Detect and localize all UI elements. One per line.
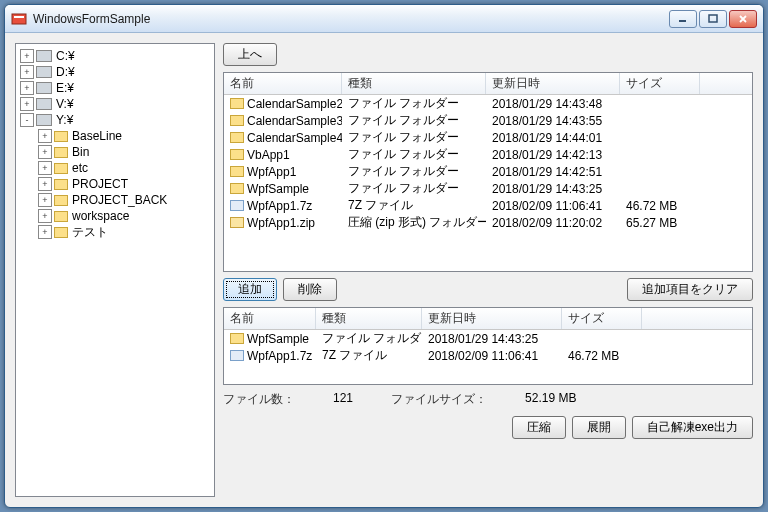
svg-rect-3	[709, 15, 717, 22]
filecount-label: ファイル数：	[223, 392, 295, 406]
maximize-button[interactable]	[699, 10, 727, 28]
expand-toggle-icon[interactable]: +	[38, 161, 52, 175]
add-button[interactable]: 追加	[223, 278, 277, 301]
drive-label: E:¥	[56, 80, 74, 96]
filesize-value: 52.19 MB	[525, 391, 576, 405]
expand-toggle-icon[interactable]: +	[38, 225, 52, 239]
file-name: WpfSample	[247, 332, 309, 346]
col-header-date[interactable]: 更新日時	[486, 73, 620, 94]
drive-icon	[36, 98, 52, 110]
folder-label: PROJECT	[72, 176, 128, 192]
list-item[interactable]: CalendarSample4ファイル フォルダー2018/01/29 14:4…	[224, 129, 752, 146]
list-item[interactable]: WpfSampleファイル フォルダー2018/01/29 14:43:25	[224, 330, 752, 347]
folder-icon	[54, 179, 68, 190]
compress-button[interactable]: 圧縮	[512, 416, 566, 439]
col-header-size[interactable]: サイズ	[620, 73, 700, 94]
tree-folder-item[interactable]: +BaseLine	[20, 128, 210, 144]
remove-button[interactable]: 削除	[283, 278, 337, 301]
file-date: 2018/02/09 11:20:02	[486, 216, 620, 230]
tree-drive-item[interactable]: -Y:¥	[20, 112, 210, 128]
tree-drive-item[interactable]: +C:¥	[20, 48, 210, 64]
drive-icon	[36, 114, 52, 126]
tree-folder-item[interactable]: +PROJECT_BACK	[20, 192, 210, 208]
expand-toggle-icon[interactable]: +	[38, 145, 52, 159]
file-size: 65.27 MB	[620, 216, 700, 230]
main-file-list[interactable]: 名前 種類 更新日時 サイズ CalendarSample2ファイル フォルダー…	[223, 72, 753, 272]
file-name: CalendarSample2	[247, 97, 342, 111]
folder-icon	[230, 166, 244, 177]
file-type: 7Z ファイル	[342, 197, 486, 214]
expand-toggle-icon[interactable]: +	[38, 209, 52, 223]
file-date: 2018/02/09 11:06:41	[486, 199, 620, 213]
sfx-button[interactable]: 自己解凍exe出力	[632, 416, 753, 439]
extract-button[interactable]: 展開	[572, 416, 626, 439]
file-name: CalendarSample4	[247, 131, 342, 145]
folder-icon	[230, 149, 244, 160]
folder-label: BaseLine	[72, 128, 122, 144]
file-name: WpfApp1	[247, 165, 296, 179]
folder-icon	[54, 195, 68, 206]
minimize-button[interactable]	[669, 10, 697, 28]
file-name: VbApp1	[247, 148, 290, 162]
file-name: WpfSample	[247, 182, 309, 196]
file-name: WpfApp1.zip	[247, 216, 315, 230]
list-item[interactable]: WpfApp1.7z7Z ファイル2018/02/09 11:06:4146.7…	[224, 197, 752, 214]
folder-icon	[54, 147, 68, 158]
list-item[interactable]: WpfApp1ファイル フォルダー2018/01/29 14:42:51	[224, 163, 752, 180]
file-size: 46.72 MB	[620, 199, 700, 213]
drive-icon	[36, 66, 52, 78]
expand-toggle-icon[interactable]: +	[20, 49, 34, 63]
file-date: 2018/01/29 14:43:25	[486, 182, 620, 196]
clear-added-button[interactable]: 追加項目をクリア	[627, 278, 753, 301]
tree-folder-item[interactable]: +Bin	[20, 144, 210, 160]
list-item[interactable]: WpfSampleファイル フォルダー2018/01/29 14:43:25	[224, 180, 752, 197]
col2-header-size[interactable]: サイズ	[562, 308, 642, 329]
list-item[interactable]: VbApp1ファイル フォルダー2018/01/29 14:42:13	[224, 146, 752, 163]
list-item[interactable]: WpfApp1.zip圧縮 (zip 形式) フォルダー2018/02/09 1…	[224, 214, 752, 231]
expand-toggle-icon[interactable]: +	[20, 97, 34, 111]
folder-icon	[54, 131, 68, 142]
file-size: 46.72 MB	[562, 349, 642, 363]
tree-folder-item[interactable]: +etc	[20, 160, 210, 176]
tree-folder-item[interactable]: +PROJECT	[20, 176, 210, 192]
folder-icon	[54, 227, 68, 238]
col2-header-type[interactable]: 種類	[316, 308, 422, 329]
folder-label: workspace	[72, 208, 129, 224]
expand-toggle-icon[interactable]: +	[38, 193, 52, 207]
list-item[interactable]: WpfApp1.7z7Z ファイル2018/02/09 11:06:4146.7…	[224, 347, 752, 364]
drive-tree[interactable]: +C:¥+D:¥+E:¥+V:¥-Y:¥+BaseLine+Bin+etc+PR…	[15, 43, 215, 497]
added-list-header: 名前 種類 更新日時 サイズ	[224, 308, 752, 330]
folder-icon	[230, 98, 244, 109]
up-toolbar: 上へ	[223, 43, 753, 66]
expand-toggle-icon[interactable]: +	[20, 81, 34, 95]
file-date: 2018/01/29 14:43:48	[486, 97, 620, 111]
tree-folder-item[interactable]: +テスト	[20, 224, 210, 240]
expand-toggle-icon[interactable]: +	[38, 129, 52, 143]
col-header-type[interactable]: 種類	[342, 73, 486, 94]
col2-header-name[interactable]: 名前	[224, 308, 316, 329]
tree-drive-item[interactable]: +V:¥	[20, 96, 210, 112]
filesize-label: ファイルサイズ：	[391, 392, 487, 406]
up-button[interactable]: 上へ	[223, 43, 277, 66]
filecount-value: 121	[333, 391, 353, 405]
col-header-name[interactable]: 名前	[224, 73, 342, 94]
list-item[interactable]: CalendarSample2ファイル フォルダー2018/01/29 14:4…	[224, 95, 752, 112]
col2-header-date[interactable]: 更新日時	[422, 308, 562, 329]
folder-label: Bin	[72, 144, 89, 160]
tree-drive-item[interactable]: +E:¥	[20, 80, 210, 96]
added-file-list[interactable]: 名前 種類 更新日時 サイズ WpfSampleファイル フォルダー2018/0…	[223, 307, 753, 385]
close-button[interactable]	[729, 10, 757, 28]
tree-drive-item[interactable]: +D:¥	[20, 64, 210, 80]
mid-toolbar: 追加 削除 追加項目をクリア	[223, 278, 753, 301]
expand-toggle-icon[interactable]: -	[20, 113, 34, 127]
file-date: 2018/01/29 14:42:51	[486, 165, 620, 179]
tree-folder-item[interactable]: +workspace	[20, 208, 210, 224]
titlebar: WindowsFormSample	[5, 5, 763, 33]
file-type: 圧縮 (zip 形式) フォルダー	[342, 214, 486, 231]
file-date: 2018/01/29 14:42:13	[486, 148, 620, 162]
expand-toggle-icon[interactable]: +	[20, 65, 34, 79]
folder-icon	[230, 333, 244, 344]
expand-toggle-icon[interactable]: +	[38, 177, 52, 191]
drive-icon	[36, 82, 52, 94]
list-item[interactable]: CalendarSample3ファイル フォルダー2018/01/29 14:4…	[224, 112, 752, 129]
